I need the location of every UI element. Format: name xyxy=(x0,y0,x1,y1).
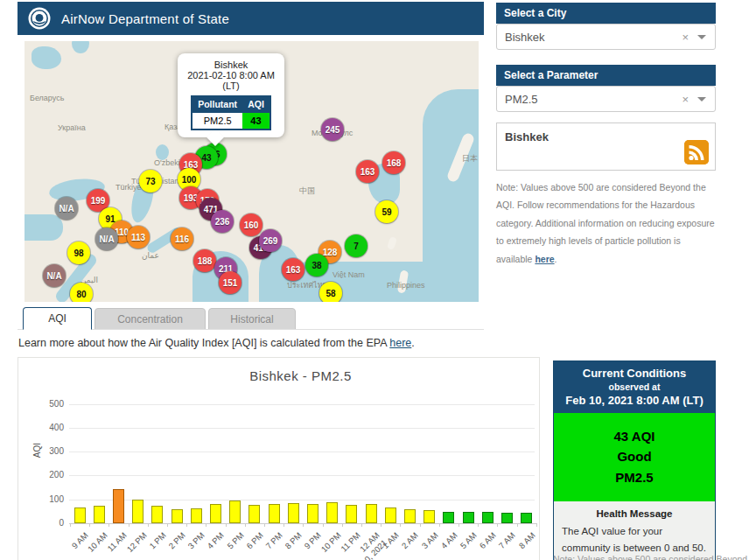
chart-bar[interactable] xyxy=(113,489,124,523)
aqi-chart-panel[interactable]: Bishkek - PM2.5 AQI 0100200300400500 9 A… xyxy=(18,357,540,560)
chart-bar[interactable] xyxy=(248,505,260,523)
map-marker[interactable]: 168 xyxy=(382,151,405,174)
map-marker[interactable]: 160 xyxy=(240,214,262,236)
chart-bar[interactable] xyxy=(307,504,318,523)
chart-x-tick xyxy=(458,523,459,527)
chart-x-tick xyxy=(400,523,401,527)
chart-x-tick xyxy=(517,523,518,527)
city-select[interactable]: Bishkek × xyxy=(496,24,716,50)
chart-bar[interactable] xyxy=(229,500,241,523)
chart-bar[interactable] xyxy=(443,512,454,523)
chart-bar[interactable] xyxy=(269,504,280,523)
map-marker[interactable]: 236 xyxy=(211,210,234,233)
map-marker[interactable]: 245 xyxy=(321,118,344,141)
chart-bar[interactable] xyxy=(424,510,435,523)
chart-x-tick xyxy=(536,523,537,527)
chart-x-tick xyxy=(478,523,479,527)
chart-x-tick xyxy=(206,523,206,527)
map-marker[interactable]: 59 xyxy=(375,200,398,223)
epa-here-link[interactable]: here xyxy=(389,337,411,349)
chart-gridline xyxy=(69,404,535,405)
cc-category: Good xyxy=(554,446,715,466)
map-marker[interactable]: N/A xyxy=(43,264,66,287)
chart-bar[interactable] xyxy=(366,504,377,523)
tab-aqi[interactable]: AQI xyxy=(23,307,92,330)
chart-bar[interactable] xyxy=(210,504,221,523)
chart-bar[interactable] xyxy=(288,503,299,523)
chart-bar[interactable] xyxy=(94,506,105,523)
cc-datetime: Feb 10, 2021 8:00 AM (LT) xyxy=(557,394,711,407)
cc-health-block: Health Message The AQI value for your co… xyxy=(554,501,715,560)
rss-icon[interactable] xyxy=(684,140,709,164)
chart-bar[interactable] xyxy=(346,505,357,523)
chart-bar[interactable] xyxy=(74,508,86,523)
map-marker[interactable]: 98 xyxy=(67,242,90,264)
city-chevron-down-icon[interactable] xyxy=(697,35,706,39)
chart-x-tick xyxy=(284,523,284,527)
map-marker[interactable]: N/A xyxy=(55,197,78,220)
map-marker[interactable]: 151 xyxy=(219,271,242,294)
cc-pollutant: PM2.5 xyxy=(554,467,715,487)
chart-x-tick xyxy=(303,523,304,527)
chart-bar[interactable] xyxy=(482,512,494,523)
map-country-label: Україна xyxy=(58,123,86,132)
chart-bar[interactable] xyxy=(151,506,163,523)
map-marker[interactable]: 80 xyxy=(70,283,93,302)
map-marker[interactable]: 7 xyxy=(345,234,368,257)
chart-x-tick xyxy=(381,523,382,527)
cc-title: Current Conditions xyxy=(557,367,711,380)
parameter-select[interactable]: PM2.5 × xyxy=(496,86,716,112)
tab-concentration[interactable]: Concentration xyxy=(94,308,206,330)
note-here-link[interactable]: here xyxy=(535,254,554,264)
chart-bar[interactable] xyxy=(521,513,532,523)
note-text: Note: Values above 500 are considered Be… xyxy=(496,182,715,264)
cc-aqi-block: 43 AQI Good PM2.5 xyxy=(554,413,715,501)
map-marker[interactable]: 58 xyxy=(319,282,342,302)
chart-bar[interactable] xyxy=(326,502,338,523)
chart-bar[interactable] xyxy=(501,513,513,523)
map-marker[interactable]: 73 xyxy=(139,170,162,192)
current-conditions-header: Current Conditions observed at Feb 10, 2… xyxy=(554,361,715,413)
map-marker[interactable]: 269 xyxy=(259,229,282,252)
chart-x-tick xyxy=(245,523,246,527)
tab-historical[interactable]: Historical xyxy=(208,308,296,330)
chart-bar[interactable] xyxy=(463,512,474,523)
chart-x-tick xyxy=(226,523,227,527)
map-country-label: Беларусь xyxy=(30,94,64,102)
chart-bar[interactable] xyxy=(172,509,183,523)
baltic-lakes xyxy=(32,46,61,69)
epa-period: . xyxy=(411,337,414,349)
chart-gridline xyxy=(69,428,535,429)
parameter-chevron-down-icon[interactable] xyxy=(697,97,706,102)
city-clear-icon[interactable]: × xyxy=(682,31,689,44)
city-select-value: Bishkek xyxy=(505,31,545,44)
chart-x-tick xyxy=(264,523,265,527)
aqi-world-map[interactable]: БеларусьУкраїнаҚазақстанTürkiyeO'zbekist… xyxy=(24,41,479,302)
epa-text: Learn more about how the Air Quality Ind… xyxy=(18,337,389,349)
chart-x-tick xyxy=(129,523,130,527)
parameter-clear-icon[interactable]: × xyxy=(682,93,689,106)
map-marker[interactable]: 113 xyxy=(127,226,150,248)
note-period: . xyxy=(555,254,557,264)
map-marker[interactable]: N/A xyxy=(95,228,118,250)
chart-x-tick xyxy=(148,523,149,527)
chart-x-tick xyxy=(420,523,421,527)
map-country-label: Việt Nam xyxy=(332,270,365,279)
map-marker[interactable]: 163 xyxy=(282,258,304,281)
chart-bar[interactable] xyxy=(132,500,144,523)
map-marker[interactable]: 38 xyxy=(305,254,328,276)
map-marker[interactable]: 116 xyxy=(171,228,193,250)
page: AirNow Department of State БеларусьУкраї… xyxy=(0,0,756,560)
chart-x-tick xyxy=(497,523,498,527)
chart-bar[interactable] xyxy=(404,509,416,523)
map-marker[interactable]: 188 xyxy=(193,249,216,272)
map-marker[interactable]: 163 xyxy=(356,160,379,183)
map-country-label: 日本 xyxy=(462,153,478,164)
chart-bar[interactable] xyxy=(385,508,396,523)
state-department-seal-icon xyxy=(28,7,51,30)
chart-y-tick-label: 200 xyxy=(34,470,64,480)
chart-gridline xyxy=(69,452,535,452)
chart-bar[interactable] xyxy=(191,508,202,523)
select-city-header: Select a City xyxy=(496,3,716,24)
map-country-label: عمان xyxy=(142,251,159,260)
